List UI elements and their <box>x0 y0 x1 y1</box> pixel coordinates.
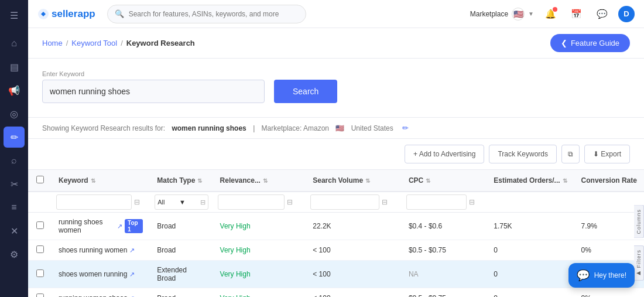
keyword-section: Enter Keyword Search <box>28 59 644 118</box>
header-relevance: Relevance... ⇅ <box>213 170 306 192</box>
row-checkbox-cell <box>28 240 52 261</box>
search-volume-filter-icon[interactable]: ⊟ <box>382 198 388 206</box>
sidebar-list-icon[interactable]: ≡ <box>4 197 25 218</box>
breadcrumb-tool[interactable]: Keyword Tool <box>71 39 117 47</box>
notification-button[interactable]: 🔔 <box>541 5 560 23</box>
breadcrumb-sep2: / <box>121 39 123 47</box>
results-marketplace: Marketplace: Amazon <box>262 124 329 132</box>
results-separator: | <box>253 124 255 132</box>
sidebar-chart-icon[interactable]: ◎ <box>4 103 25 124</box>
match-type-filter-chevron: ▼ <box>179 199 186 206</box>
table-header-row: Keyword ⇅ Match Type ⇅ <box>28 170 644 192</box>
calendar-button[interactable]: 📅 <box>567 5 585 23</box>
results-edit-icon[interactable]: ✏ <box>402 124 409 132</box>
message-button[interactable]: 💬 <box>592 5 611 23</box>
track-keywords-button[interactable]: Track Keywords <box>489 145 557 163</box>
sidebar-home-icon[interactable]: ⌂ <box>4 33 25 54</box>
external-link-icon[interactable]: ↗ <box>117 223 122 230</box>
table-row: running women shoes ↗ Broad Very High < … <box>28 288 644 298</box>
sidebar-gear-icon[interactable]: ⚙ <box>4 244 25 265</box>
row-checkbox-cell <box>28 261 52 288</box>
match-type-sort-icon[interactable]: ⇅ <box>197 177 202 184</box>
row-search-volume: < 100 <box>306 261 402 288</box>
user-avatar[interactable]: D <box>618 6 635 22</box>
main-area: sellerapp 🔍 Marketplace 🇺🇸 ▼ 🔔 📅 💬 D <box>28 0 644 297</box>
filter-row: ⊟ All ▼ ⊟ <box>28 192 644 213</box>
sidebar-cross-icon[interactable]: ✕ <box>4 220 25 241</box>
row-keyword-cell: shoes running women ↗ <box>52 240 150 261</box>
row-search-volume: < 100 <box>306 288 402 298</box>
marketplace-label: Marketplace <box>470 10 508 18</box>
relevance-filter-icon[interactable]: ⊟ <box>287 198 293 206</box>
row-relevance: Very High <box>213 261 306 288</box>
sidebar-search-icon[interactable]: ⌕ <box>4 150 25 171</box>
global-search-input[interactable] <box>129 10 299 18</box>
keyword-sort-icon[interactable]: ⇅ <box>91 177 95 184</box>
match-type-filter-label: All <box>157 199 165 206</box>
row-checkbox-0[interactable] <box>36 221 44 229</box>
breadcrumb-current: Keyword Research <box>126 39 195 47</box>
export-button[interactable]: ⬇ Export <box>584 145 630 163</box>
match-type-filter-icon[interactable]: ⊟ <box>200 199 205 206</box>
header-conversion-rate-label: Conversion Rate <box>581 176 637 185</box>
us-flag: 🇺🇸 <box>512 8 525 21</box>
breadcrumb-home[interactable]: Home <box>42 39 63 47</box>
row-checkbox-cell <box>28 213 52 240</box>
header-match-type: Match Type ⇅ <box>150 170 213 192</box>
row-conversion-rate: 0% <box>574 288 644 298</box>
filters-side-button[interactable]: ▶ Filters <box>634 245 644 281</box>
copy-button[interactable]: ⧉ <box>561 145 580 163</box>
row-keyword-cell: shoes women running ↗ <box>52 261 150 288</box>
row-estimated-orders: 0 <box>487 261 574 288</box>
row-cpc: $0.5 - $0.75 <box>402 288 487 298</box>
marketplace-selector[interactable]: Marketplace 🇺🇸 ▼ <box>470 8 534 21</box>
search-volume-sort-icon[interactable]: ⇅ <box>365 177 370 184</box>
sidebar-layers-icon[interactable]: ▤ <box>4 56 25 77</box>
results-country: United States <box>351 124 393 132</box>
row-cpc: $0.5 - $0.75 <box>402 240 487 261</box>
filter-match-type-cell: All ▼ ⊟ <box>150 192 213 213</box>
external-link-icon[interactable]: ↗ <box>129 247 135 254</box>
top-badge: Top 1 <box>125 219 143 233</box>
feature-guide-button[interactable]: ❮ Feature Guide <box>550 34 630 52</box>
filter-keyword-cell: ⊟ <box>52 192 150 213</box>
sidebar-menu-icon[interactable]: ☰ <box>4 5 25 26</box>
chat-icon: 💬 <box>577 269 590 282</box>
logo-text: sellerapp <box>52 8 95 20</box>
keyword-input[interactable] <box>42 80 265 103</box>
relevance-filter-input[interactable] <box>218 194 285 210</box>
columns-side-button[interactable]: Columns <box>634 205 644 238</box>
row-cpc: $0.4 - $0.6 <box>402 213 487 240</box>
sidebar-tools-icon[interactable]: ✂ <box>4 173 25 194</box>
search-button[interactable]: Search <box>274 80 337 103</box>
sidebar-edit-icon[interactable]: ✏ <box>4 127 25 148</box>
external-link-icon[interactable]: ↗ <box>129 295 135 298</box>
header-relevance-label: Relevance... <box>220 176 261 185</box>
search-volume-filter-input[interactable] <box>310 194 379 210</box>
row-checkbox-1[interactable] <box>36 245 44 253</box>
row-checkbox-2[interactable] <box>36 269 44 277</box>
global-search-bar[interactable]: 🔍 <box>107 5 306 23</box>
cpc-sort-icon[interactable]: ⇅ <box>426 177 430 184</box>
cpc-filter-input[interactable] <box>406 194 467 210</box>
relevance-sort-icon[interactable]: ⇅ <box>263 177 268 184</box>
app-logo: sellerapp <box>37 8 95 20</box>
sidebar-megaphone-icon[interactable]: 📢 <box>4 80 25 101</box>
search-icon: 🔍 <box>115 9 124 18</box>
filter-cpc-cell: ⊟ <box>402 192 487 213</box>
row-relevance: Very High <box>213 240 306 261</box>
keyword-filter-icon[interactable]: ⊟ <box>134 198 140 206</box>
table-wrapper: Keyword ⇅ Match Type ⇅ <box>28 170 644 297</box>
match-type-filter[interactable]: All ▼ ⊟ <box>155 194 208 210</box>
chat-widget[interactable]: 💬 Hey there! <box>568 263 635 288</box>
add-to-advertising-button[interactable]: + Add to Advertising <box>405 145 484 163</box>
row-match-type: Broad <box>150 288 213 298</box>
cpc-filter-icon[interactable]: ⊟ <box>469 198 475 206</box>
row-match-type: Broad <box>150 240 213 261</box>
row-checkbox-3[interactable] <box>36 293 44 297</box>
external-link-icon[interactable]: ↗ <box>129 271 135 278</box>
select-all-checkbox[interactable] <box>36 176 44 183</box>
estimated-orders-sort-icon[interactable]: ⇅ <box>563 177 567 184</box>
keyword-filter-input[interactable] <box>56 194 132 210</box>
header-keyword: Keyword ⇅ <box>52 170 150 192</box>
